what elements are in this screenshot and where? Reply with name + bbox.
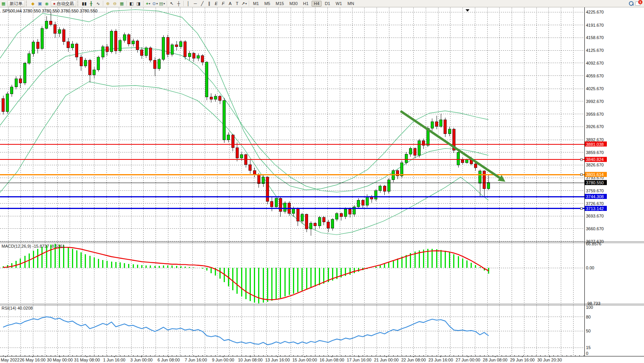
candle-body [19, 79, 22, 83]
terminal-icon[interactable]: ▣ [37, 1, 43, 7]
price-axis-label: 3759.670 [586, 188, 604, 193]
autotrade-icon: ● [53, 1, 56, 6]
rsi-indicator-label: RSI(14) 40.0208 [2, 306, 33, 310]
timeframe-M30[interactable]: M30 [287, 1, 300, 7]
trend-arrow-shaft[interactable] [401, 111, 502, 179]
chart-title-ohlc: SP500,H4 3780.550 3780.550 3780.550 3780… [2, 9, 98, 13]
time-axis-label: 28 Jun 08:00 [483, 358, 508, 362]
shapes-tool-icon[interactable]: F [220, 1, 226, 7]
bar-chart-icon[interactable]: ▮▮ [81, 1, 87, 7]
fibonacci-tool-icon[interactable]: E [213, 1, 219, 7]
candle-body [271, 201, 273, 207]
candle-body [440, 120, 442, 126]
candle-body [253, 171, 256, 175]
chart-canvas[interactable]: SP500,H4 3780.550 3780.550 3780.550 3780… [0, 7, 644, 363]
zoom-out-icon[interactable]: ⊖ [112, 1, 118, 7]
chart-shift-marker[interactable] [466, 9, 469, 12]
candle-body [214, 96, 217, 99]
candle-body [366, 196, 368, 205]
candle-body [474, 164, 477, 168]
timeframe-M1[interactable]: M1 [251, 1, 261, 7]
time-axis-label: 21 Jun 00:00 [374, 358, 399, 362]
channel-tool-icon[interactable]: ∥ [206, 1, 212, 7]
candle-body [10, 87, 13, 94]
search-icon[interactable] [628, 1, 634, 7]
candle-body [461, 160, 464, 163]
candle-body [336, 214, 338, 219]
trendline-tool-icon[interactable]: ╱ [199, 1, 206, 7]
price-axis-label: 3992.670 [586, 99, 604, 104]
time-axis-label: 17 Jun 16:00 [347, 358, 372, 362]
timeframe-MN[interactable]: MN [345, 1, 356, 7]
toolbar-separator [127, 1, 127, 6]
timeframe-W1[interactable]: W1 [333, 1, 344, 7]
periods-icon[interactable]: ⊙▾ [152, 1, 158, 7]
rsi-axis-label: 80 [586, 315, 591, 319]
candle-body [479, 171, 481, 183]
price-axis-label: 4191.670 [586, 23, 604, 27]
level-handle[interactable] [581, 174, 582, 176]
level-handle[interactable] [581, 207, 582, 209]
timeframe-M15[interactable]: M15 [273, 1, 286, 7]
time-axis[interactable]: May 202226 May 16:0030 May 00:0031 May 0… [1, 355, 584, 362]
price-axis-label: 3826.670 [586, 163, 604, 167]
tile-windows-icon[interactable]: ▦ [119, 1, 125, 7]
time-axis-label: 27 Jun 00:00 [456, 358, 480, 362]
autotrade-button[interactable]: ● 自动交易 [51, 0, 76, 7]
timeframe-H1[interactable]: H1 [301, 1, 311, 7]
cursor-tool-icon[interactable]: ↖ [169, 1, 175, 7]
candle-body [201, 56, 204, 62]
price-axis-label: 4125.670 [586, 48, 604, 53]
candle-body [192, 53, 195, 58]
text-tool-icon[interactable]: A [227, 1, 233, 7]
notifications-icon[interactable]: 1 [635, 1, 641, 6]
arrange-charts-icon[interactable]: ◧ [128, 1, 135, 7]
price-axis-label: 4092.670 [586, 61, 604, 65]
text-label-tool-icon[interactable]: T [234, 1, 240, 7]
candle-body [32, 42, 35, 54]
vertical-line-tool-icon[interactable]: │ [185, 1, 192, 7]
candle-body [266, 177, 269, 201]
rsi-axis-label: 15 [586, 345, 591, 350]
toolbar-separator [143, 1, 144, 6]
candle-body [279, 198, 282, 211]
time-axis-label: 26 May 16:00 [20, 358, 46, 362]
timeframe-H4[interactable]: H4 [312, 1, 322, 7]
arrange-charts-alt-icon[interactable]: ◨ [135, 1, 142, 7]
candle-body [223, 101, 226, 140]
time-axis-label: 9 Jun 00:00 [212, 358, 235, 362]
candle-body [457, 152, 460, 165]
price-axis-label: 3726.670 [586, 201, 604, 206]
horizontal-line-tool-icon[interactable]: ─ [192, 1, 199, 7]
profiles-icon[interactable]: ◆ [30, 1, 36, 7]
notification-badge: 1 [638, 0, 642, 4]
candle-body [379, 186, 382, 191]
chart-window[interactable]: SP500,H4 3780.550 3780.550 3780.550 3780… [0, 7, 644, 363]
candle-body [149, 48, 152, 60]
candle-body [331, 219, 334, 228]
candle-body [431, 122, 433, 128]
candle-body [158, 60, 161, 69]
crosshair-tool-icon[interactable]: ┼ [176, 1, 182, 7]
candle-body [314, 223, 317, 226]
candle-body [322, 217, 325, 222]
templates-icon[interactable]: ▤▾ [159, 1, 165, 7]
price-axis-label: 4025.670 [586, 86, 604, 91]
signal-icon[interactable]: ◉ [44, 1, 50, 7]
timeframe-D1[interactable]: D1 [322, 1, 332, 7]
candlestick-chart-icon[interactable]: ╂ [88, 1, 94, 7]
candle-body [340, 214, 343, 217]
add-indicator-icon[interactable]: +▾ [145, 1, 151, 7]
timeframe-buttons: M1M5M15M30H1H4D1W1MN [250, 1, 357, 7]
macd-axis-label: 0.00 [586, 265, 594, 270]
price-axis-label: 4158.670 [586, 35, 604, 40]
level-handle[interactable] [581, 159, 582, 161]
arrows-tool-icon[interactable]: ↗▾ [241, 1, 247, 7]
new-order-button[interactable]: 新订单 [7, 0, 25, 7]
candle-body [89, 60, 91, 75]
candle-body [284, 203, 286, 211]
line-chart-icon[interactable]: ∿ [95, 1, 101, 7]
timeframe-M5[interactable]: M5 [262, 1, 272, 7]
zoom-in-icon[interactable]: ⊕ [105, 1, 111, 7]
time-axis-label: 3 Jun 00:00 [130, 358, 153, 362]
